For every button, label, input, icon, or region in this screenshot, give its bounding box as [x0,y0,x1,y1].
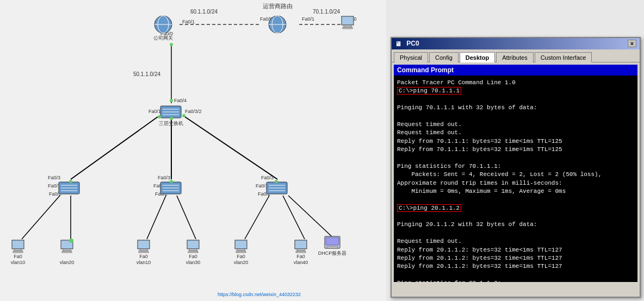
svg-rect-94 [326,237,339,245]
terminal-line: Reply from 70.1.1.1: bytes=32 time=1ms T… [397,146,634,154]
terminal-line: Reply from 70.1.1.1: bytes=32 time<1ms T… [397,137,634,146]
terminal-line: C:\>ping 70.1.1.1 [397,87,634,95]
terminal-area[interactable]: Packet Tracer PC Command Line 1.0 C:\>pi… [394,76,637,282]
tab-custom-interface[interactable]: Custom Interface [535,52,592,62]
tab-desktop[interactable]: Desktop [460,52,495,62]
terminal-line [397,229,634,237]
svg-text:Fa0/3: Fa0/3 [261,175,274,180]
svg-rect-69 [63,249,71,251]
svg-rect-79 [189,249,197,251]
network-diagram: https://blog.csdn.net/weixin_44032232 60… [0,0,386,301]
svg-text:Fa0: Fa0 [14,254,22,259]
svg-text:Fa0/3: Fa0/3 [158,175,170,180]
svg-text:Fa0/1: Fa0/1 [148,109,161,114]
terminal-line: Reply from 20.1.1.2: bytes=32 time<1ms T… [397,246,634,254]
svg-rect-70 [62,251,72,253]
svg-rect-85 [236,251,246,253]
close-button[interactable]: × [628,40,636,47]
svg-rect-88 [295,240,307,249]
terminal-line: Pinging 70.1.1.1 with 32 bytes of data: [397,104,634,112]
svg-text:Fa0: Fa0 [237,254,245,259]
ping-cmd-1: C:\>ping 70.1.1.1 [397,87,461,95]
svg-point-99 [158,115,161,118]
svg-text:Fa0: Fa0 [139,254,148,259]
terminal-line: Request timed out. [397,237,634,246]
tab-physical[interactable]: Physical [394,52,428,62]
command-prompt-header: Command Prompt [394,65,637,76]
svg-text:Fa0/1: Fa0/1 [182,19,195,24]
svg-rect-84 [237,249,245,251]
svg-rect-95 [327,246,338,248]
svg-text:60.1.1.0/24: 60.1.1.0/24 [190,9,218,15]
svg-rect-74 [140,249,147,251]
svg-text:DHCP服务器: DHCP服务器 [318,250,347,256]
terminal-line: Pinging 20.1.1.2 with 32 bytes of data: [397,221,634,229]
pc0-dialog: 🖥 PC0 × Physical Config Desktop Attribut… [391,37,641,298]
svg-rect-64 [14,249,22,251]
svg-text:vlan20: vlan20 [234,260,249,265]
svg-text:Fa0/1: Fa0/1 [302,16,314,22]
terminal-line [397,112,634,120]
svg-rect-73 [138,240,150,249]
terminal-line [397,271,634,279]
svg-text:50.1.1.0/24: 50.1.1.0/24 [133,71,160,77]
svg-point-102 [69,180,72,183]
tab-bar: Physical Config Desktop Attributes Custo… [392,49,640,62]
svg-rect-44 [344,25,351,27]
pc0-icon: 🖥 [395,40,403,48]
terminal-line [397,96,634,104]
svg-point-103 [170,180,173,183]
svg-text:公司网关: 公司网关 [153,35,173,41]
svg-point-98 [170,99,173,102]
svg-point-104 [275,180,278,183]
pc0-title: PC0 [406,40,419,47]
svg-text:70.1.1.0/24: 70.1.1.0/24 [313,9,340,15]
svg-point-97 [170,43,173,46]
svg-text:Fa0/3/2: Fa0/3/2 [185,109,202,114]
svg-rect-45 [343,27,352,29]
svg-rect-80 [188,251,198,253]
terminal-line: Request timed out. [397,121,634,129]
tab-attributes[interactable]: Attributes [496,52,533,62]
tab-config[interactable]: Config [429,52,459,62]
terminal-line: Ping statistics for 70.1.1.1: [397,162,634,171]
terminal-line: Ping statistics for 20.1.1.2: [397,279,634,282]
svg-text:Fa0: Fa0 [296,254,305,259]
svg-text:vlan10: vlan10 [137,260,151,265]
svg-text:Fa0/3: Fa0/3 [48,175,60,180]
terminal-line: Minimum = 0ms, Maximum = 1ms, Average = … [397,187,634,196]
terminal-line [397,154,634,162]
svg-text:Fa0/4: Fa0/4 [174,98,187,103]
svg-text:https://blog.csdn.net/weixin_4: https://blog.csdn.net/weixin_44032232 [218,292,301,297]
svg-rect-83 [235,240,247,249]
svg-text:vlan10: vlan10 [11,260,26,265]
svg-rect-78 [187,240,199,249]
svg-rect-63 [12,240,24,249]
terminal-line: Reply from 20.1.1.2: bytes=32 time=1ms T… [397,262,634,271]
terminal-line: Request timed out. [397,129,634,137]
svg-rect-43 [342,16,354,25]
svg-point-101 [182,114,185,117]
svg-point-100 [170,117,173,120]
svg-point-71 [69,239,73,243]
svg-rect-65 [13,251,23,253]
svg-text:Fa0: Fa0 [189,254,197,259]
svg-rect-75 [139,251,148,253]
terminal-line: C:\>ping 20.1.1.2 [397,204,634,212]
svg-text:三层交换机: 三层交换机 [159,121,183,126]
terminal-line [397,212,634,221]
pc0-titlebar: 🖥 PC0 × [392,38,640,49]
svg-rect-90 [296,251,306,253]
terminal-line: Approximate round trip times in milli-se… [397,179,634,187]
terminal-line: Packets: Sent = 4, Received = 2, Lost = … [397,171,634,179]
svg-rect-89 [297,249,305,251]
terminal-line: Reply from 20.1.1.2: bytes=32 time<1ms T… [397,254,634,262]
svg-text:vlan30: vlan30 [186,260,201,265]
svg-text:vlan20: vlan20 [60,260,75,265]
ping-cmd-2: C:\>ping 20.1.1.2 [397,204,461,212]
svg-text:vlan40: vlan40 [294,260,308,265]
terminal-line: Packet Tracer PC Command Line 1.0 [397,79,634,87]
terminal-line [397,196,634,204]
svg-text:运营商路由: 运营商路由 [263,3,293,9]
